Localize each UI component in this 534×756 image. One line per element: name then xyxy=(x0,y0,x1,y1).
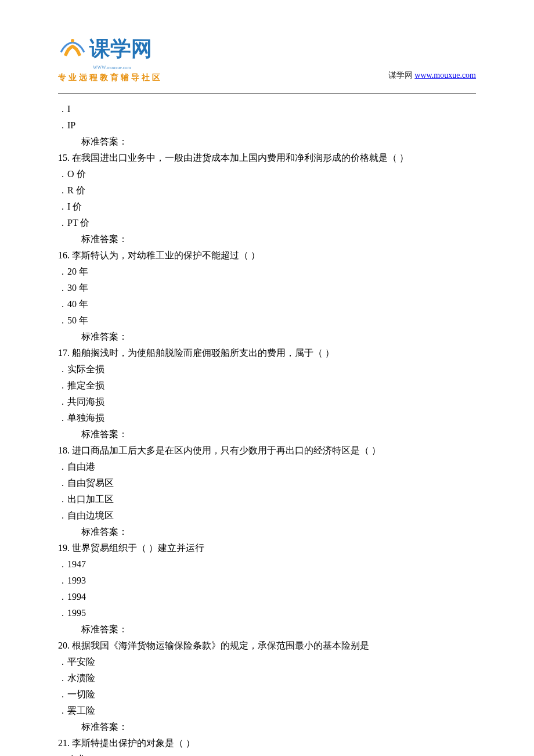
content-line-answer: 标准答案： xyxy=(58,231,476,247)
content-line-option: ．农业 xyxy=(58,751,476,756)
content-line-question: 19. 世界贸易组织于（ ）建立并运行 xyxy=(58,540,476,556)
content-line-answer: 标准答案： xyxy=(58,719,476,735)
content-line-option: ．自由边境区 xyxy=(58,507,476,524)
content-line-option: ．1993 xyxy=(58,573,476,589)
content-line-question: 20. 根据我国《海洋货物运输保险条款》的规定，承保范围最小的基本险别是 xyxy=(58,638,476,654)
content-line-question: 16. 李斯特认为，对幼稚工业的保护不能超过（ ） xyxy=(58,247,476,264)
content-line-option: ．平安险 xyxy=(58,654,476,670)
content-line-option: ．罢工险 xyxy=(58,703,476,719)
content-line-question: 15. 在我国进出口业务中，一般由进货成本加上国内费用和净利润形成的价格就是（ … xyxy=(58,150,476,166)
content-line-answer: 标准答案： xyxy=(58,524,476,540)
content-line-option: ．PT 价 xyxy=(58,215,476,231)
content-line-option: ．30 年 xyxy=(58,280,476,296)
content-line-option: ．20 年 xyxy=(58,264,476,280)
content-line-option: ．实际全损 xyxy=(58,361,476,377)
content-line-option: ．一切险 xyxy=(58,686,476,703)
document-content: ．I．IP标准答案：15. 在我国进出口业务中，一般由进货成本加上国内费用和净利… xyxy=(0,94,534,756)
content-line-option: ．1995 xyxy=(58,605,476,621)
content-line-option: ．R 价 xyxy=(58,182,476,199)
logo-icon xyxy=(58,38,87,61)
logo-url-text: WWW.mouxue.com xyxy=(93,65,131,70)
content-line-answer: 标准答案： xyxy=(58,426,476,442)
svg-point-0 xyxy=(71,39,74,42)
site-logo: 课学网 WWW.mouxue.com 专业远程教育辅导社区 xyxy=(58,35,163,83)
site-link-label: 谋学网 xyxy=(388,71,415,80)
content-line-answer: 标准答案： xyxy=(58,621,476,638)
content-line-option: ．I xyxy=(58,101,476,117)
content-line-option: ．50 年 xyxy=(58,312,476,329)
content-line-question: 21. 李斯特提出保护的对象是（ ） xyxy=(58,735,476,751)
content-line-option: ．O 价 xyxy=(58,166,476,182)
logo-url-row: WWW.mouxue.com xyxy=(89,61,163,71)
content-line-option: ．40 年 xyxy=(58,296,476,312)
content-line-question: 18. 进口商品加工后大多是在区内使用，只有少数用于再出口的经济特区是（ ） xyxy=(58,442,476,459)
content-line-answer: 标准答案： xyxy=(58,134,476,150)
content-line-answer: 标准答案： xyxy=(58,329,476,345)
content-line-option: ．出口加工区 xyxy=(58,491,476,507)
content-line-option: ．I 价 xyxy=(58,199,476,215)
content-line-option: ．1994 xyxy=(58,589,476,605)
content-line-option: ．1947 xyxy=(58,556,476,573)
logo-text-block: 课学网 xyxy=(89,35,152,63)
content-line-option: ．自由港 xyxy=(58,459,476,475)
site-url-link[interactable]: www.mouxue.com xyxy=(414,71,476,80)
site-link-block: 谋学网 www.mouxue.com xyxy=(388,70,476,83)
logo-subtitle: 专业远程教育辅导社区 xyxy=(58,73,163,83)
content-line-option: ．单独海损 xyxy=(58,410,476,426)
content-line-option: ．自由贸易区 xyxy=(58,475,476,491)
page-header: 课学网 WWW.mouxue.com 专业远程教育辅导社区 谋学网 www.mo… xyxy=(0,0,534,89)
logo-brand-name: 课学网 xyxy=(89,35,152,63)
content-line-option: ．共同海损 xyxy=(58,394,476,410)
content-line-question: 17. 船舶搁浅时，为使船舶脱险而雇佣驳船所支出的费用，属于（ ） xyxy=(58,345,476,361)
content-line-option: ．IP xyxy=(58,117,476,134)
logo-top-row: 课学网 xyxy=(58,35,163,63)
content-line-option: ．水渍险 xyxy=(58,670,476,686)
content-line-option: ．推定全损 xyxy=(58,377,476,394)
